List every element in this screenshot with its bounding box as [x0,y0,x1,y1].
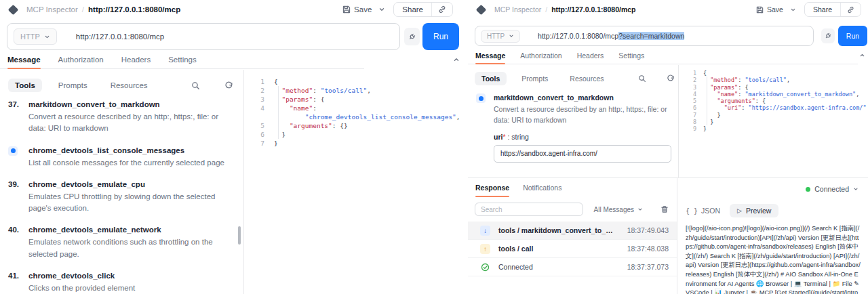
chevron-down-icon [637,207,643,212]
message-label: tools / call [498,245,619,253]
tool-name: chrome_devtools_emulate_cpu [28,180,145,188]
save-button[interactable]: Save [338,3,376,16]
search-icon [191,81,200,90]
url-input[interactable]: http://127.0.0.1:8080/mcp [76,33,164,41]
message-timestamp: 18:37:37.073 [627,263,669,271]
response-search-input[interactable] [475,203,583,216]
tools-column: Tools Prompts Resources 37. markitdown_c… [0,70,243,294]
tab-notifications[interactable]: Notifications [523,184,561,192]
mcp-logo-icon [8,4,19,15]
share-button-group: Share [804,2,861,17]
tool-description: List all console messages for the curren… [28,157,224,169]
message-filter-dropdown[interactable]: All Messages [594,206,643,213]
tool-item-selected[interactable]: markitdown_convert_to_markdown Convert a… [475,93,670,126]
tool-item-selected[interactable]: chrome_devtools_list_console_messages Li… [8,146,235,169]
param-label: uri* : string [494,133,670,141]
save-icon [756,6,764,14]
tool-index: 37. [8,100,28,135]
tool-item[interactable]: 39. chrome_devtools_emulate_cpu Emulates… [8,180,235,215]
tab-authorization[interactable]: Authorization [520,51,561,60]
tool-description: Emulates network conditions such as thro… [28,236,235,260]
message-label: Connected [498,263,619,271]
protocol-select[interactable]: HTTP [14,28,57,45]
collapse-section-button[interactable] [859,52,865,58]
share-button[interactable]: Share [394,3,431,16]
request-url-bar: HTTP http://127.0.0.1:8080/mcp [7,23,400,50]
json-request-editor[interactable]: 1{2 "method": "tools/call",3 "params": {… [244,70,460,294]
url-input[interactable]: http://127.0.0.1:8080/mcp?search=markitd… [538,32,684,40]
column-divider [678,65,679,177]
tab-message[interactable]: Message [7,55,41,64]
header-bar: MCP Inspector / http://127.0.0.1:8080/mc… [468,0,868,19]
search-tools-button[interactable] [190,80,201,91]
message-row[interactable]: Connected 18:37:37.073 [468,258,677,276]
uri-param-input[interactable] [494,145,671,163]
json-view-button[interactable]: { } JSON [686,207,720,215]
refresh-tools-button[interactable] [223,80,235,91]
tool-item[interactable]: 37. markitdown_convert_to_markdown Conve… [8,100,235,135]
search-tools-button[interactable] [637,73,648,84]
json-request-editor[interactable]: 1{2 "method": "tools/call",3 "params": {… [682,67,868,177]
save-dropdown-button[interactable] [376,4,388,15]
connection-settings-button[interactable] [404,28,420,45]
tool-description: Convert a resource described by an http:… [28,111,235,135]
tab-response[interactable]: Response [475,184,509,192]
subtab-prompts[interactable]: Prompts [515,72,555,85]
save-button[interactable]: Save [752,3,787,16]
tab-message[interactable]: Message [475,51,505,60]
subtab-tools[interactable]: Tools [8,79,42,92]
tool-index: 40. [8,226,28,260]
tool-list-scrollbar[interactable] [238,226,241,245]
url-selected-text: ?search=markitdown [618,32,684,40]
tool-list: 37. markitdown_convert_to_markdown Conve… [8,100,235,294]
refresh-tools-button[interactable] [665,73,676,84]
breadcrumb-url: http://127.0.0.1:8080/mcp [88,5,180,14]
braces-icon: { } [686,207,698,215]
run-button[interactable]: Run [422,23,459,50]
subtab-tools[interactable]: Tools [475,72,507,85]
tab-settings[interactable]: Settings [618,51,644,60]
incoming-arrow-icon: ↓ [480,226,490,236]
copy-link-button[interactable] [841,3,861,16]
tab-authorization[interactable]: Authorization [58,55,104,64]
tool-item[interactable]: 40. chrome_devtools_emulate_network Emul… [8,226,235,260]
connection-status[interactable]: Connected [677,178,868,193]
tool-item[interactable]: 41. chrome_devtools_click Clicks on the … [8,272,235,294]
subtab-prompts[interactable]: Prompts [52,79,94,92]
message-row[interactable]: ↓ tools / markitdown_convert_to_mar... 1… [468,222,677,240]
protocol-select[interactable]: HTTP [481,30,520,43]
screenshot-root: MCP Inspector / http://127.0.0.1:8080/mc… [0,0,868,294]
connection-settings-button[interactable] [821,28,835,43]
tool-description: Convert a resource described by an http:… [494,104,670,126]
subtab-resources[interactable]: Resources [563,72,610,85]
run-button[interactable]: Run [838,26,867,46]
chevron-up-icon [453,56,460,63]
tool-list: markitdown_convert_to_markdown Convert a… [475,93,670,126]
left-inspector-window: MCP Inspector / http://127.0.0.1:8080/mc… [0,0,460,294]
collapse-section-button[interactable] [453,56,460,63]
tools-column: Tools Prompts Resources markitdown_conve… [468,66,677,177]
tool-index: 39. [8,180,28,215]
tab-settings[interactable]: Settings [168,55,197,64]
message-row[interactable]: ↑ tools / call 18:37:48.038 [468,240,677,258]
save-dropdown-button[interactable] [787,5,799,15]
clear-messages-button[interactable] [659,204,670,215]
message-tabbar: Message Authorization Headers Settings [468,51,858,64]
share-button[interactable]: Share [805,3,840,16]
tool-name: chrome_devtools_emulate_network [28,226,161,234]
breadcrumb-app: MCP Inspector [494,5,541,14]
copy-link-button[interactable] [432,3,452,16]
preview-text-content: [![logo](/aio-icon.png)![logo](/aio-icon… [677,217,868,294]
message-timestamp: 18:37:48.038 [627,245,669,253]
tools-subtabs: Tools Prompts Resources [8,79,235,92]
tool-description: Emulates CPU throttling by slowing down … [28,191,235,215]
tab-headers[interactable]: Headers [577,51,604,60]
subtab-resources[interactable]: Resources [104,79,155,92]
tab-headers[interactable]: Headers [121,55,151,64]
search-icon [638,75,646,83]
share-button-group: Share [393,2,453,17]
refresh-icon [224,81,233,90]
tool-index: 41. [8,272,28,294]
tool-name: markitdown_convert_to_markdown [494,93,614,102]
preview-view-button[interactable]: ▷ Preview [730,204,778,217]
